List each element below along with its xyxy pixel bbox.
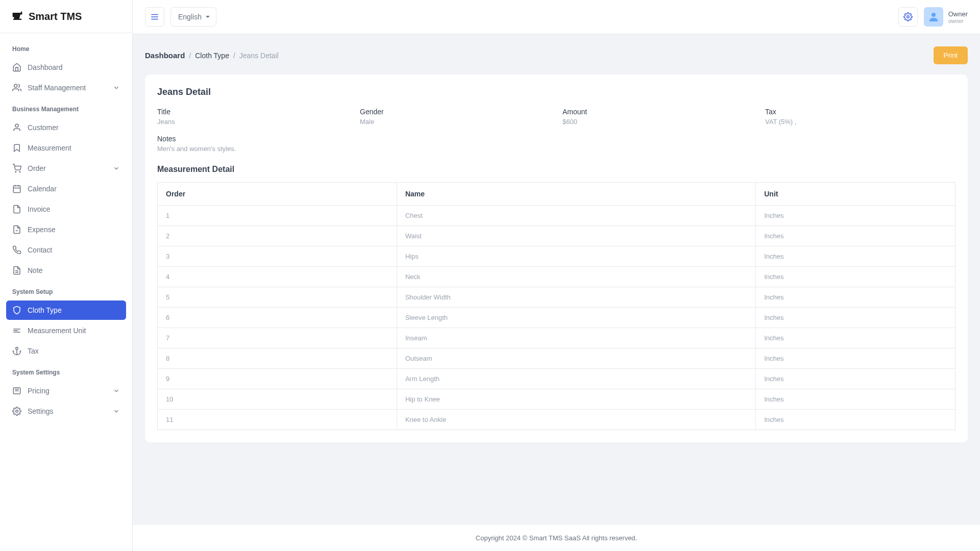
sidebar-item-label: Expense bbox=[28, 226, 55, 234]
table-cell-order: 6 bbox=[158, 308, 397, 328]
shield-icon bbox=[12, 306, 21, 315]
sidebar-item-expense[interactable]: Expense bbox=[6, 220, 126, 239]
sidebar-item-dashboard[interactable]: Dashboard bbox=[6, 58, 126, 77]
sidebar-item-label: Note bbox=[28, 266, 43, 274]
table-cell-order: 4 bbox=[158, 267, 397, 287]
svg-point-19 bbox=[16, 410, 18, 413]
breadcrumb-item[interactable]: Dashboard bbox=[145, 51, 185, 60]
file-text-icon bbox=[12, 266, 21, 275]
sidebar-item-order[interactable]: Order bbox=[6, 159, 126, 178]
footer: Copyright 2024 © Smart TMS SaaS All righ… bbox=[133, 525, 980, 551]
table-cell-unit: Inches bbox=[756, 267, 955, 287]
table-cell-unit: Inches bbox=[756, 287, 955, 308]
chevron-down-icon bbox=[113, 84, 120, 91]
user-name: Owner bbox=[948, 10, 968, 18]
file-icon bbox=[12, 205, 21, 214]
ruler-icon bbox=[12, 326, 21, 335]
table-cell-name: Waist bbox=[397, 226, 755, 246]
tag-icon bbox=[12, 386, 21, 395]
users-icon bbox=[12, 83, 21, 92]
table-cell-name: Arm Length bbox=[397, 369, 755, 389]
user-icon bbox=[12, 123, 21, 132]
language-value: English bbox=[178, 13, 202, 21]
app-logo[interactable]: Smart TMS bbox=[0, 0, 132, 33]
table-cell-order: 5 bbox=[158, 287, 397, 308]
table-cell-order: 7 bbox=[158, 328, 397, 348]
table-row: 4NeckInches bbox=[158, 267, 955, 287]
table-header: Order bbox=[158, 183, 397, 206]
table-row: 11Knee to AnkleInches bbox=[158, 410, 955, 430]
sidebar-item-label: Staff Management bbox=[28, 84, 86, 92]
sidebar: Smart TMS HomeDashboardStaff ManagementB… bbox=[0, 0, 133, 551]
table-cell-unit: Inches bbox=[756, 328, 955, 348]
sidebar-item-staff-management[interactable]: Staff Management bbox=[6, 78, 126, 97]
svg-point-24 bbox=[932, 13, 936, 17]
table-row: 7InseamInches bbox=[158, 328, 955, 348]
table-row: 3HipsInches bbox=[158, 246, 955, 267]
sidebar-item-label: Calendar bbox=[28, 185, 57, 193]
sidebar-item-label: Contact bbox=[28, 246, 52, 254]
language-select[interactable]: English bbox=[170, 7, 216, 27]
sidebar-item-measurement[interactable]: Measurement bbox=[6, 138, 126, 158]
home-icon bbox=[12, 63, 21, 72]
sidebar-item-calendar[interactable]: Calendar bbox=[6, 179, 126, 198]
print-button[interactable]: Print bbox=[934, 46, 968, 64]
cart-icon bbox=[12, 164, 21, 173]
anchor-icon bbox=[12, 346, 21, 356]
settings-button[interactable] bbox=[898, 7, 918, 27]
title-value: Jeans bbox=[157, 118, 348, 126]
sidebar-item-label: Measurement Unit bbox=[28, 327, 86, 335]
file2-icon bbox=[12, 225, 21, 234]
table-row: 10Hip to KneeInches bbox=[158, 389, 955, 410]
gender-value: Male bbox=[360, 118, 550, 126]
card-title: Jeans Detail bbox=[157, 87, 955, 97]
gear-icon bbox=[903, 12, 913, 21]
menu-toggle-button[interactable] bbox=[145, 7, 164, 27]
sidebar-item-label: Customer bbox=[28, 123, 59, 132]
chevron-down-icon bbox=[113, 408, 120, 415]
menu-icon bbox=[150, 12, 159, 21]
table-cell-order: 2 bbox=[158, 226, 397, 246]
sidebar-item-tax[interactable]: Tax bbox=[6, 341, 126, 361]
breadcrumb: Dashboard/Cloth Type/Jeans Detail bbox=[145, 51, 279, 60]
table-cell-name: Chest bbox=[397, 206, 755, 226]
app-name: Smart TMS bbox=[29, 11, 82, 22]
table-cell-name: Hips bbox=[397, 246, 755, 267]
amount-label: Amount bbox=[562, 108, 753, 116]
table-cell-unit: Inches bbox=[756, 206, 955, 226]
sidebar-item-invoice[interactable]: Invoice bbox=[6, 199, 126, 219]
svg-point-14 bbox=[16, 347, 18, 350]
table-cell-order: 3 bbox=[158, 246, 397, 267]
measurement-table: OrderNameUnit 1ChestInches2WaistInches3H… bbox=[157, 182, 955, 430]
svg-point-0 bbox=[14, 84, 17, 87]
table-cell-name: Inseam bbox=[397, 328, 755, 348]
table-cell-order: 10 bbox=[158, 389, 397, 410]
breadcrumb-item[interactable]: Cloth Type bbox=[195, 52, 229, 60]
table-cell-unit: Inches bbox=[756, 246, 955, 267]
table-row: 2WaistInches bbox=[158, 226, 955, 246]
breadcrumb-separator: / bbox=[233, 52, 235, 60]
sidebar-item-cloth-type[interactable]: Cloth Type bbox=[6, 300, 126, 320]
svg-point-1 bbox=[15, 124, 18, 127]
phone-icon bbox=[12, 245, 21, 255]
sidebar-item-measurement-unit[interactable]: Measurement Unit bbox=[6, 321, 126, 340]
sidebar-item-pricing[interactable]: Pricing bbox=[6, 381, 126, 400]
notes-label: Notes bbox=[157, 135, 955, 143]
detail-card: Jeans Detail Title Jeans Gender Male Amo… bbox=[145, 74, 968, 442]
sidebar-item-label: Cloth Type bbox=[28, 306, 62, 314]
table-cell-unit: Inches bbox=[756, 389, 955, 410]
svg-point-2 bbox=[15, 171, 16, 172]
sidebar-item-customer[interactable]: Customer bbox=[6, 118, 126, 137]
sidebar-nav: HomeDashboardStaff ManagementBusiness Ma… bbox=[0, 33, 132, 551]
table-cell-name: Shoulder Width bbox=[397, 287, 755, 308]
topbar: English Owner owner bbox=[133, 0, 980, 34]
sidebar-item-contact[interactable]: Contact bbox=[6, 240, 126, 260]
sidebar-item-label: Dashboard bbox=[28, 63, 63, 71]
table-cell-order: 8 bbox=[158, 348, 397, 369]
title-label: Title bbox=[157, 108, 348, 116]
chevron-down-icon bbox=[113, 387, 120, 394]
sidebar-item-settings[interactable]: Settings bbox=[6, 402, 126, 421]
user-menu[interactable]: Owner owner bbox=[924, 7, 968, 27]
sidebar-item-note[interactable]: Note bbox=[6, 261, 126, 280]
table-row: 8OutseamInches bbox=[158, 348, 955, 369]
